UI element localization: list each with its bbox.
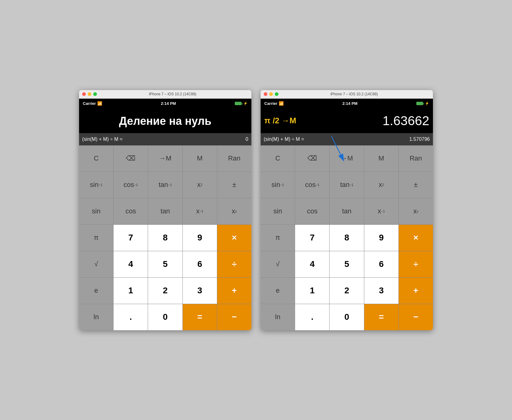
battery-area-right: ⚡	[416, 101, 429, 105]
left-btn-e[interactable]: e	[79, 278, 113, 304]
left-btn-ran[interactable]: Ran	[217, 145, 251, 172]
right-btn-power[interactable]: xy	[399, 198, 433, 224]
right-btn-sin[interactable]: sin	[261, 198, 295, 224]
close-button[interactable]	[82, 92, 86, 96]
right-btn-8[interactable]: 8	[330, 225, 364, 251]
wifi-icon-right: 📶	[279, 101, 284, 106]
right-btn-plus[interactable]: +	[399, 278, 433, 304]
left-btn-tan[interactable]: tan	[148, 198, 182, 224]
time-label: 2:14 PM	[161, 101, 176, 106]
left-btn-memory[interactable]: M	[183, 145, 217, 172]
left-btn-reciprocal[interactable]: x−1	[183, 198, 217, 224]
right-btn-square[interactable]: x2	[364, 172, 398, 198]
left-btn-arccos[interactable]: cos−1	[114, 172, 148, 198]
right-btn-sqrt[interactable]: √	[261, 251, 295, 277]
carrier-label: Carrier 📶	[83, 101, 102, 106]
left-btn-arctan[interactable]: tan−1	[148, 172, 182, 198]
right-btn-ran[interactable]: Ran	[399, 145, 433, 172]
left-calc-grid: C ⌫ →M M Ran sin−1 cos−1 tan−1 x2 ± sin …	[79, 145, 251, 330]
left-btn-minus[interactable]: −	[217, 304, 251, 330]
minimize-button[interactable]	[88, 92, 91, 96]
right-btn-equals[interactable]: =	[364, 304, 398, 330]
right-btn-multiply[interactable]: ×	[399, 225, 433, 251]
left-btn-backspace[interactable]: ⌫	[114, 145, 148, 172]
left-btn-ln[interactable]: ln	[79, 304, 113, 330]
left-btn-plus[interactable]: +	[217, 278, 251, 304]
right-formula-text: (sin(M) + M) ÷ M =	[264, 137, 304, 142]
battery-icon	[235, 102, 242, 105]
right-btn-arccos[interactable]: cos−1	[295, 172, 329, 198]
left-btn-pi[interactable]: π	[79, 225, 113, 251]
right-btn-divide[interactable]: ÷	[399, 251, 433, 277]
close-button-right[interactable]	[264, 92, 267, 96]
left-display-title: Деление на нуль	[119, 115, 211, 128]
window-controls-right[interactable]	[264, 92, 278, 96]
right-btn-arctan[interactable]: tan−1	[330, 172, 364, 198]
phone-body-right: Carrier 📶 2:14 PM ⚡ π /2 →M 1.63662 (sin…	[261, 99, 433, 330]
maximize-button-right[interactable]	[275, 92, 278, 96]
right-btn-minus[interactable]: −	[399, 304, 433, 330]
left-btn-8[interactable]: 8	[148, 225, 182, 251]
right-btn-c[interactable]: C	[261, 145, 295, 172]
right-btn-9[interactable]: 9	[364, 225, 398, 251]
right-btn-ln[interactable]: ln	[261, 304, 295, 330]
left-btn-cos[interactable]: cos	[114, 198, 148, 224]
left-formula-bar: (sin(M) + M) ÷ M = 0	[79, 133, 251, 145]
maximize-button[interactable]	[93, 92, 97, 96]
battery-area: ⚡	[235, 101, 248, 105]
left-btn-square[interactable]: x2	[183, 172, 217, 198]
left-btn-4[interactable]: 4	[114, 251, 148, 277]
status-bar-right: Carrier 📶 2:14 PM ⚡	[261, 99, 433, 109]
left-btn-store[interactable]: →M	[148, 145, 182, 172]
right-btn-3[interactable]: 3	[364, 278, 398, 304]
title-bar-left: iPhone 7 – iOS 10.2 (14C89)	[79, 90, 251, 99]
right-btn-cos[interactable]: cos	[295, 198, 329, 224]
left-btn-plusminus[interactable]: ±	[217, 172, 251, 198]
left-btn-multiply[interactable]: ×	[217, 225, 251, 251]
right-btn-7[interactable]: 7	[295, 225, 329, 251]
left-btn-5[interactable]: 5	[148, 251, 182, 277]
right-btn-reciprocal[interactable]: x−1	[364, 198, 398, 224]
right-btn-tan[interactable]: tan	[330, 198, 364, 224]
window-controls[interactable]	[82, 92, 97, 96]
right-btn-dot[interactable]: .	[295, 304, 329, 330]
left-btn-sqrt[interactable]: √	[79, 251, 113, 277]
right-btn-backspace[interactable]: ⌫	[295, 145, 329, 172]
left-btn-divide[interactable]: ÷	[217, 251, 251, 277]
right-btn-store[interactable]: →M	[330, 145, 364, 172]
right-btn-pi[interactable]: π	[261, 225, 295, 251]
left-btn-6[interactable]: 6	[183, 251, 217, 277]
left-formula-text: (sin(M) + M) ÷ M =	[82, 137, 122, 142]
right-btn-2[interactable]: 2	[330, 278, 364, 304]
left-btn-9[interactable]: 9	[183, 225, 217, 251]
right-btn-4[interactable]: 4	[295, 251, 329, 277]
battery-icon-right	[416, 102, 423, 105]
minimize-button-right[interactable]	[269, 92, 273, 96]
time-label-right: 2:14 PM	[342, 101, 358, 106]
left-formula-result: 0	[246, 137, 248, 142]
right-btn-e[interactable]: e	[261, 278, 295, 304]
left-btn-dot[interactable]: .	[114, 304, 148, 330]
left-btn-2[interactable]: 2	[148, 278, 182, 304]
carrier-label-right: Carrier 📶	[264, 101, 284, 106]
right-btn-1[interactable]: 1	[295, 278, 329, 304]
status-bar-left: Carrier 📶 2:14 PM ⚡	[79, 99, 251, 109]
left-btn-1[interactable]: 1	[114, 278, 148, 304]
left-btn-arcsin[interactable]: sin−1	[79, 172, 113, 198]
right-btn-0[interactable]: 0	[330, 304, 364, 330]
left-btn-7[interactable]: 7	[114, 225, 148, 251]
left-btn-0[interactable]: 0	[148, 304, 182, 330]
left-btn-3[interactable]: 3	[183, 278, 217, 304]
wifi-icon: 📶	[97, 101, 102, 106]
right-btn-5[interactable]: 5	[330, 251, 364, 277]
right-btn-arcsin[interactable]: sin−1	[261, 172, 295, 198]
right-btn-6[interactable]: 6	[364, 251, 398, 277]
right-btn-memory[interactable]: M	[364, 145, 398, 172]
left-btn-c[interactable]: C	[79, 145, 113, 172]
lightning-icon-right: ⚡	[425, 101, 429, 105]
left-btn-sin[interactable]: sin	[79, 198, 113, 224]
left-btn-equals[interactable]: =	[183, 304, 217, 330]
right-btn-plusminus[interactable]: ±	[399, 172, 433, 198]
window-title: iPhone 7 – iOS 10.2 (14C89)	[97, 92, 248, 96]
left-btn-power[interactable]: xy	[217, 198, 251, 224]
